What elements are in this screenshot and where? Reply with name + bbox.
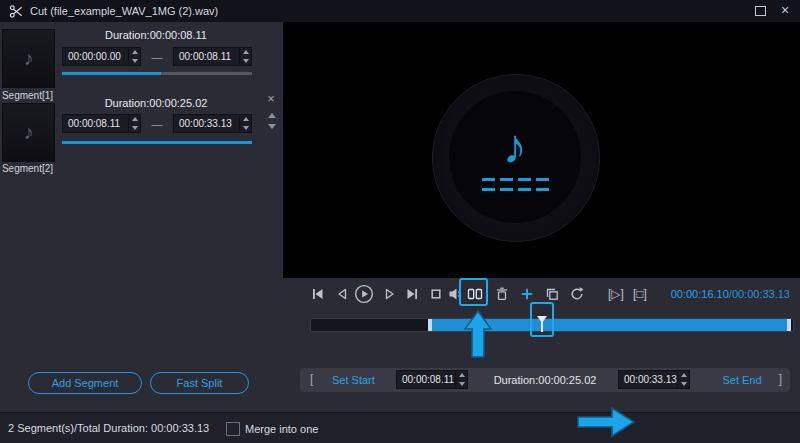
time-display: 00:00:16.10/00:00:33.13 bbox=[671, 288, 790, 300]
copy-segment-button[interactable] bbox=[544, 286, 560, 302]
fast-split-button[interactable]: Fast Split bbox=[150, 372, 249, 394]
play-button[interactable] bbox=[354, 284, 374, 304]
reset-button[interactable] bbox=[569, 286, 585, 302]
spin-up-button[interactable] bbox=[240, 115, 251, 124]
segment2-thumbnail[interactable]: ♪ bbox=[2, 103, 55, 162]
scissors-icon bbox=[9, 4, 24, 19]
audio-preview: ♪ bbox=[283, 22, 800, 278]
spin-down-button[interactable] bbox=[129, 124, 140, 133]
audio-placeholder-ring: ♪ bbox=[432, 74, 600, 242]
equalizer-dashes bbox=[482, 178, 549, 181]
spinner bbox=[128, 48, 140, 65]
segment1-label: Segment[1] bbox=[0, 90, 55, 101]
segments-panel: ♪ Segment[1] ♪ Segment[2] Duration:00:00… bbox=[0, 22, 284, 412]
playhead-marker[interactable] bbox=[536, 316, 548, 334]
spin-down-button[interactable] bbox=[240, 124, 251, 133]
spin-up-button[interactable] bbox=[129, 115, 140, 124]
delete-segment-button[interactable] bbox=[494, 286, 510, 302]
spin-down-button[interactable] bbox=[678, 380, 689, 389]
spinner bbox=[128, 115, 140, 132]
equalizer-dashes bbox=[482, 188, 549, 191]
selection-start-handle[interactable] bbox=[428, 319, 432, 331]
selection-end-handle[interactable] bbox=[787, 319, 791, 331]
time-value: 00:00:08.11 bbox=[397, 374, 455, 385]
spin-down-button[interactable] bbox=[240, 57, 251, 66]
current-time: 00:00:16.10 bbox=[671, 288, 729, 300]
skip-to-end-button[interactable] bbox=[404, 286, 420, 302]
time-value: 00:00:33.13 bbox=[619, 374, 677, 385]
stop-segment-icon[interactable]: [□] bbox=[633, 287, 647, 301]
trim-bar: [ Set Start 00:00:08.11 Duration:00:00:2… bbox=[300, 368, 790, 392]
add-segment-icon-button[interactable] bbox=[519, 286, 535, 302]
spin-down-button[interactable] bbox=[129, 57, 140, 66]
merge-into-one-label[interactable]: Merge into one bbox=[245, 423, 318, 435]
play-segment-icon[interactable]: [▷] bbox=[608, 287, 624, 301]
timeline-track[interactable] bbox=[310, 318, 794, 332]
stop-button[interactable] bbox=[428, 286, 444, 302]
set-end-button[interactable]: Set End bbox=[712, 374, 772, 386]
time-value: 00:00:33.13 bbox=[174, 118, 239, 129]
open-bracket-label: [ bbox=[310, 372, 313, 386]
spinner bbox=[239, 48, 251, 65]
segment1-start-input[interactable]: 00:00:00.00 bbox=[62, 47, 141, 66]
segment2-duration: Duration:00:00:25.02 bbox=[60, 97, 252, 109]
segment2-label: Segment[2] bbox=[0, 163, 55, 174]
timeline-selection[interactable] bbox=[428, 319, 791, 331]
close-bracket-label: ] bbox=[779, 372, 782, 386]
time-value: 00:00:08.11 bbox=[174, 51, 239, 62]
remove-segment-button[interactable]: × bbox=[264, 92, 278, 106]
segment1-progress-fill bbox=[62, 72, 161, 75]
skip-to-start-button[interactable] bbox=[310, 286, 326, 302]
segment2-progress-fill bbox=[62, 141, 252, 144]
audio-thumbnail-icon: ♪ bbox=[24, 47, 34, 70]
spin-up-button[interactable] bbox=[456, 371, 467, 380]
time-value: 00:00:08.11 bbox=[63, 118, 128, 129]
segments-summary: 2 Segment(s)/Total Duration: 00:00:33.13 bbox=[8, 422, 209, 434]
range-separator: — bbox=[152, 51, 163, 63]
playback-controls: [▷] [□] 00:00:16.10/00:00:33.13 [ Set St… bbox=[283, 278, 800, 412]
total-time: 00:00:33.13 bbox=[732, 288, 790, 300]
volume-button[interactable] bbox=[448, 286, 464, 302]
move-segment-down-button[interactable] bbox=[266, 122, 278, 131]
trim-start-input[interactable]: 00:00:08.11 bbox=[396, 370, 468, 389]
spin-up-button[interactable] bbox=[678, 371, 689, 380]
spinner bbox=[239, 115, 251, 132]
segment2-end-input[interactable]: 00:00:33.13 bbox=[173, 114, 252, 133]
segment1-end-input[interactable]: 00:00:08.11 bbox=[173, 47, 252, 66]
split-segment-button[interactable] bbox=[467, 286, 483, 302]
status-bar: 2 Segment(s)/Total Duration: 00:00:33.13… bbox=[0, 412, 800, 443]
trim-end-input[interactable]: 00:00:33.13 bbox=[618, 370, 690, 389]
segment1-time-range: 00:00:00.00 — 00:00:08.11 bbox=[62, 47, 252, 66]
segment2-progress-slider[interactable] bbox=[62, 141, 252, 144]
audio-placeholder: ♪ bbox=[449, 91, 581, 223]
trim-duration-label: Duration:00:00:25.02 bbox=[480, 374, 610, 386]
segment1-thumbnail[interactable]: ♪ bbox=[2, 29, 55, 88]
spinner bbox=[677, 371, 689, 388]
segment2-start-input[interactable]: 00:00:08.11 bbox=[62, 114, 141, 133]
audio-thumbnail-icon: ♪ bbox=[24, 121, 34, 144]
time-value: 00:00:00.00 bbox=[63, 51, 128, 62]
music-note-icon: ♪ bbox=[503, 123, 527, 171]
playhead-stem bbox=[541, 322, 543, 332]
move-segment-up-button[interactable] bbox=[266, 111, 278, 120]
segment2-time-range: 00:00:08.11 — 00:00:33.13 bbox=[62, 114, 252, 133]
spinner bbox=[455, 371, 467, 388]
close-button[interactable]: × bbox=[778, 0, 792, 21]
titlebar: Cut (file_example_WAV_1MG (2).wav) × bbox=[0, 0, 800, 22]
maximize-button[interactable] bbox=[755, 6, 766, 16]
spin-down-button[interactable] bbox=[456, 380, 467, 389]
range-separator: — bbox=[152, 118, 163, 130]
window-title: Cut (file_example_WAV_1MG (2).wav) bbox=[30, 0, 218, 22]
next-frame-button[interactable] bbox=[382, 286, 398, 302]
cut-dialog-window: Cut (file_example_WAV_1MG (2).wav) × ♪ S… bbox=[0, 0, 800, 443]
merge-into-one-checkbox[interactable] bbox=[226, 422, 240, 436]
segment1-progress-slider[interactable] bbox=[62, 72, 252, 75]
segment1-duration: Duration:00:00:08.11 bbox=[60, 29, 252, 41]
set-start-button[interactable]: Set Start bbox=[332, 374, 375, 386]
add-segment-button[interactable]: Add Segment bbox=[28, 372, 142, 394]
previous-frame-button[interactable] bbox=[334, 286, 350, 302]
spin-up-button[interactable] bbox=[240, 48, 251, 57]
spin-up-button[interactable] bbox=[129, 48, 140, 57]
